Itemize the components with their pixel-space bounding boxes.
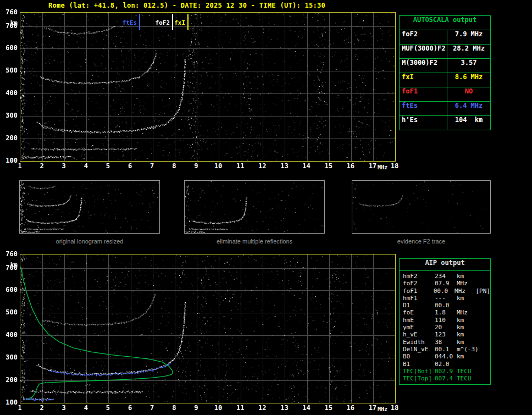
x-axis-tick: 2 [35,405,48,411]
aip-param-label: Ewidth [403,339,435,346]
autoscala-param-value: 6.4 MHz [447,102,490,115]
autoscala-table-row: ftEs6.4 MHz [400,101,490,115]
x-axis-unit-label: MHz [376,406,389,412]
x-axis-tick: 8 [168,405,181,411]
autoscala-param-value: 104 km [447,116,490,130]
x-axis-tick: 4 [79,405,92,411]
x-axis-tick: 13 [278,405,291,411]
x-axis-tick: 11 [234,405,247,411]
aip-param-label: foE [403,309,435,316]
aip-param-unit [457,361,479,368]
aip-param-label: TEC[Bot] [403,368,435,375]
aip-param-note [479,317,490,324]
aip-param-label: ymE [403,324,435,331]
x-axis-tick: 14 [300,405,313,411]
aip-table-row: TEC[Bot]002.9TECU [400,368,490,375]
aip-param-unit: km [457,331,479,338]
autoscala-param-label: h'Es [400,116,447,130]
aip-table-title: AIP output [400,259,490,271]
x-axis-tick: 3 [57,163,70,169]
aip-param-value: 07.9 [435,280,457,287]
aip-param-value: 123 [435,331,457,338]
aip-table-row: DelN_vE00.1m^(-3) [400,346,490,353]
aip-param-label: TEC[Top] [403,375,435,382]
y-axis-tick: 300 [2,354,18,361]
ionogram-plot-bottom [20,254,396,403]
x-axis-tick: 9 [190,405,203,411]
ionogram-canvas-top [20,13,395,161]
autoscala-param-label: foF1 [400,87,447,101]
aip-param-unit: km [457,324,479,331]
aip-param-note [479,375,490,382]
aip-param-unit: m^(-3) [457,346,479,353]
aip-param-note [479,295,490,302]
aip-table-rows: hmF2234kmfoF207.9MHzfoF100.0MHz[PN]hmF1-… [400,273,490,382]
y-axis-tick: 760 [2,9,18,15]
x-axis-tick: 5 [101,405,114,411]
thumbnail-original-canvas [20,181,159,233]
aip-param-label: B1 [403,361,435,368]
aip-param-note [479,331,490,338]
x-axis-tick: 6 [124,405,137,411]
y-axis-tick: 500 [2,67,18,74]
aip-table-row: TEC[Top]007.4TECU [400,375,490,382]
aip-param-unit: km [457,353,479,360]
x-axis-tick: 7 [146,163,159,169]
aip-table-row: B0044.0km [400,353,490,360]
aip-param-note [479,368,490,375]
aip-param-note [479,353,490,360]
thumbnail-caption-f2: evidence F2 trace [352,238,491,245]
aip-param-unit: TECU [457,375,479,382]
autoscala-param-value: 28.2 MHz [447,45,490,58]
autoscala-table-row: foF27.9 MHz [400,30,490,44]
aip-param-value: 20 [435,324,457,331]
autoscala-param-value: 7.9 MHz [447,30,490,44]
autoscala-table-row: M(3000)F23.57 [400,58,490,73]
thumbnail-f2-canvas [352,181,490,233]
x-axis-tick: 5 [101,163,114,169]
autoscala-table-row: h'Es104 km [400,115,490,130]
aip-param-unit: km [457,295,479,302]
aip-param-note [479,302,490,309]
aip-param-label: DelN_vE [403,346,435,353]
x-axis-tick: 3 [57,405,70,411]
aip-param-label: hmE [403,317,435,324]
ionogram-canvas-bottom [20,254,395,403]
aip-param-unit: TECU [457,368,479,375]
autoscala-param-value: 8.6 MHz [447,73,490,87]
y-axis-tick: 500 [2,309,18,316]
y-axis-tick: 200 [2,377,18,383]
aip-param-unit: MHz [455,287,475,295]
aip-param-unit: km [457,273,479,280]
ionogram-plot-top [20,12,396,162]
aip-param-unit [457,302,479,309]
aip-table-row: foE1.8MHz [400,309,490,316]
x-axis-tick: 18 [388,405,401,411]
x-axis-tick: 12 [256,163,269,169]
aip-table-row: hmF1---km [400,295,490,302]
aip-param-note [479,361,490,368]
aip-param-value: 1.8 [435,309,457,316]
y-axis-unit-label: km [2,19,18,26]
aip-param-value: 00.1 [435,346,457,353]
autoscala-output-table: AUTOSCALA output foF27.9 MHzMUF(3000)F22… [399,15,491,130]
x-axis-tick: 16 [344,405,357,411]
x-axis-tick: 1 [13,405,26,411]
x-axis-tick: 7 [146,405,159,411]
aip-param-value: 00.0 [434,287,455,295]
aip-param-note [479,280,490,287]
autoscala-output-screen: Rome (lat: +41.8, lon: 012.5) - DATE: 20… [0,0,532,415]
aip-table-row: hmE110km [400,317,490,324]
aip-param-value: 110 [435,317,457,324]
x-axis-tick: 4 [79,163,92,169]
y-axis-tick: 400 [2,90,18,96]
aip-table-row: hmF2234km [400,273,490,280]
x-axis-tick: 13 [278,163,291,169]
x-axis-tick: 8 [168,163,181,169]
x-axis-tick: 2 [35,163,48,169]
x-axis-tick: 10 [212,405,225,411]
autoscala-param-label: ftEs [400,102,447,115]
x-axis-tick: 9 [190,163,203,169]
x-axis-tick: 6 [124,163,137,169]
aip-param-value: --- [435,295,457,302]
